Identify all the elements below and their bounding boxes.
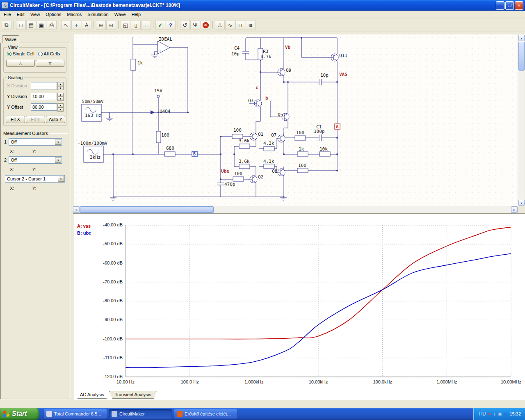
y-offset-input[interactable] bbox=[31, 103, 57, 111]
scaling-group-label: Scaling bbox=[7, 75, 24, 80]
cursor1-select[interactable]: Off ▼ bbox=[9, 138, 62, 146]
zoom-in-icon[interactable]: ⊕ bbox=[96, 20, 106, 30]
component-label: c bbox=[256, 85, 258, 90]
cell-grid-icon[interactable]: ⧉ bbox=[2, 20, 11, 30]
scope-display-icon[interactable]: ⊓ bbox=[235, 20, 245, 30]
start-label: Start bbox=[12, 410, 27, 418]
place-part-icon[interactable]: + bbox=[71, 20, 81, 30]
measurement-cursors-label: Measurement Cursors bbox=[3, 131, 48, 136]
wave-previous-button[interactable]: △ bbox=[6, 60, 35, 67]
stop-simulation-icon[interactable]: ✕ bbox=[201, 20, 210, 30]
y-division-input[interactable] bbox=[31, 93, 57, 100]
zoom-window-icon[interactable]: ◱ bbox=[121, 20, 130, 30]
measurement-cursors-header: Measurement Cursors bbox=[3, 131, 68, 136]
radio-single-cell[interactable]: Single Cell bbox=[7, 51, 34, 56]
edit-simulation-icon[interactable]: ✓ bbox=[155, 20, 165, 30]
tab-transient-analysis[interactable]: Transient Analysis bbox=[110, 391, 157, 399]
scroll-down-arrow[interactable]: ▼ bbox=[518, 200, 525, 206]
tray-icons: ●♪▣● bbox=[488, 411, 507, 417]
menu-file[interactable]: File bbox=[1, 11, 14, 18]
resistor-symbol bbox=[239, 164, 250, 169]
component-label: Q5 bbox=[278, 112, 283, 117]
sheet-icon[interactable]: ▯ bbox=[131, 20, 141, 30]
horizontal-scroll-thumb[interactable] bbox=[80, 206, 214, 213]
print-icon[interactable]: ⎙ bbox=[47, 20, 57, 30]
task-button-circuitmaker[interactable]: CircuitMaker bbox=[109, 409, 172, 419]
help-icon[interactable]: ? bbox=[166, 20, 176, 30]
x-tick-label: 1.000kHz bbox=[235, 379, 272, 384]
alert-tray-icon[interactable]: ● bbox=[488, 411, 491, 417]
bode-display-icon[interactable]: ≋ bbox=[246, 20, 256, 30]
language-indicator[interactable]: HU bbox=[479, 411, 486, 416]
component-label: 680 bbox=[166, 146, 174, 151]
menu-wave[interactable]: Wave bbox=[112, 11, 129, 18]
digital-display-icon[interactable]: ⎍ bbox=[215, 20, 225, 30]
place-text-icon[interactable]: A bbox=[82, 20, 91, 30]
reset-icon[interactable]: ↺ bbox=[180, 20, 190, 30]
tab-wave[interactable]: Wave bbox=[2, 35, 19, 43]
chevron-down-icon[interactable]: ▼ bbox=[55, 139, 61, 145]
vertical-scroll-thumb[interactable] bbox=[518, 42, 525, 71]
x-division-spinner[interactable]: ▲▼ bbox=[57, 82, 64, 89]
network-tray-icon[interactable]: ▣ bbox=[498, 411, 502, 417]
radio-single-cell-label: Single Cell bbox=[13, 51, 34, 56]
cursor-diff-select[interactable]: Cursor 2 - Cursor 1 ▼ bbox=[5, 175, 65, 183]
auto-y-button[interactable]: Auto Y bbox=[46, 116, 65, 123]
junction-dot bbox=[233, 153, 235, 155]
toolbar-separator bbox=[178, 21, 178, 29]
menu-macros[interactable]: Macros bbox=[64, 11, 84, 18]
task-button-total-commander-6-5[interactable]: Total Commander 6.5... bbox=[43, 409, 107, 419]
open-file-icon[interactable]: ▤ bbox=[26, 20, 36, 30]
scroll-up-arrow[interactable]: ▲ bbox=[518, 35, 525, 41]
y-division-label: Y Division bbox=[7, 94, 31, 99]
analog-display-icon[interactable]: ∿ bbox=[225, 20, 235, 30]
x-tick-label: 10.00kHz bbox=[300, 379, 337, 384]
chevron-down-icon[interactable]: ▼ bbox=[55, 157, 61, 163]
new-file-icon[interactable]: □ bbox=[16, 20, 26, 30]
select-cursor-icon[interactable]: ↖ bbox=[61, 20, 71, 30]
junction-dot bbox=[260, 71, 261, 73]
scroll-right-arrow[interactable]: ► bbox=[511, 206, 518, 213]
component-label: 100 bbox=[298, 163, 306, 168]
component-label: 10p bbox=[320, 73, 329, 78]
fit-y-button[interactable]: Fit Y bbox=[26, 116, 45, 123]
task-button-er-s-t-p-t-se-elej-t[interactable]: Erősítő építése elejét... bbox=[174, 409, 237, 419]
pan-icon[interactable]: ↔ bbox=[141, 20, 151, 30]
junction-dot bbox=[287, 81, 289, 83]
menu-edit[interactable]: Edit bbox=[14, 11, 27, 18]
cursor2-select[interactable]: Off ▼ bbox=[9, 156, 62, 164]
resistor-symbol bbox=[264, 164, 274, 169]
schematic-canvas[interactable]: −+IDEAL1kC410pR34.7kVbQ11Q910pVAScQ3bQ51… bbox=[73, 34, 518, 206]
horizontal-scrollbar[interactable]: ◄ ► bbox=[73, 206, 518, 213]
y-offset-spinner[interactable]: ▲▼ bbox=[57, 103, 64, 111]
cursor1-num: 1 bbox=[4, 139, 7, 144]
minimize-button[interactable]: — bbox=[496, 1, 504, 10]
save-file-icon[interactable]: ▣ bbox=[37, 20, 46, 30]
menu-simulation[interactable]: Simulation bbox=[84, 11, 111, 18]
menu-help[interactable]: Help bbox=[128, 11, 144, 18]
scroll-left-arrow[interactable]: ◄ bbox=[73, 206, 80, 213]
probe-tool-icon[interactable]: Ψ bbox=[190, 20, 200, 30]
tab-ac-analysis[interactable]: AC Analysis bbox=[75, 391, 110, 399]
fit-x-button[interactable]: Fit X bbox=[6, 116, 25, 123]
radio-all-cells[interactable]: All Cells bbox=[38, 51, 60, 56]
supply-terminal bbox=[157, 95, 160, 98]
restore-button[interactable]: ❐ bbox=[505, 1, 514, 10]
close-button[interactable]: ✕ bbox=[515, 1, 523, 10]
x-division-input[interactable] bbox=[31, 82, 57, 89]
y-division-spinner[interactable]: ▲▼ bbox=[57, 93, 64, 100]
vertical-scrollbar[interactable]: ▲ ▼ bbox=[518, 34, 525, 206]
junction-dot bbox=[158, 112, 159, 113]
zoom-out-icon[interactable]: ⊖ bbox=[106, 20, 116, 30]
chevron-down-icon[interactable]: ▼ bbox=[58, 176, 64, 182]
resistor-symbol bbox=[164, 152, 175, 156]
menu-view[interactable]: View bbox=[27, 11, 43, 18]
update-tray-icon[interactable]: ● bbox=[504, 411, 507, 417]
wave-next-button[interactable]: ▽ bbox=[36, 60, 64, 67]
volume-tray-icon[interactable]: ♪ bbox=[493, 411, 496, 417]
start-button[interactable]: Start bbox=[0, 408, 39, 420]
task-button-label: Total Commander 6.5... bbox=[54, 411, 101, 416]
opamp-symbol: − bbox=[159, 41, 162, 47]
component-label: 470p bbox=[224, 182, 235, 187]
menu-options[interactable]: Options bbox=[43, 11, 64, 18]
